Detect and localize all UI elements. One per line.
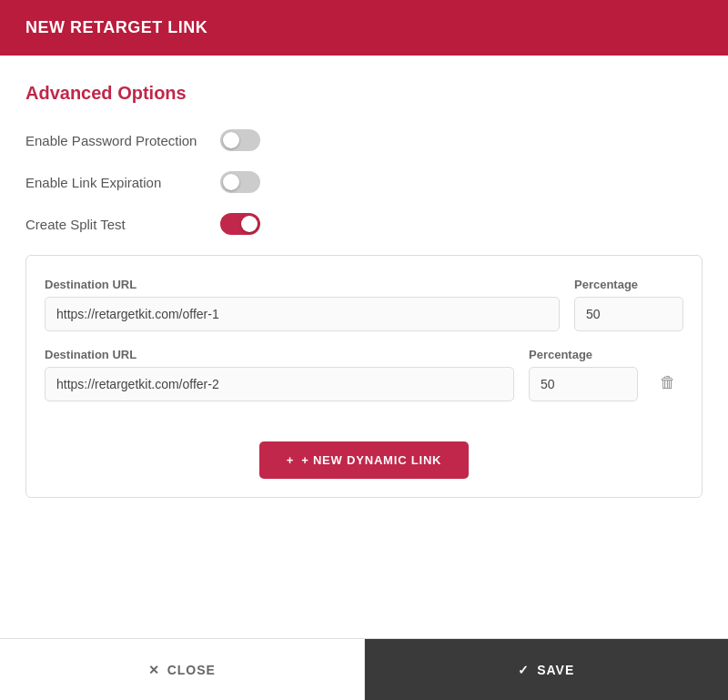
url-group-2: Destination URL xyxy=(45,348,514,401)
split-test-thumb xyxy=(241,216,258,232)
close-button[interactable]: ✕ CLOSE xyxy=(0,639,365,700)
add-dynamic-link-label: + NEW DYNAMIC LINK xyxy=(301,453,441,467)
split-test-label: Create Split Test xyxy=(25,217,207,232)
url-group-1: Destination URL xyxy=(45,278,560,331)
save-button[interactable]: ✓ SAVE xyxy=(365,639,729,700)
modal-body: Advanced Options Enable Password Protect… xyxy=(0,56,728,638)
url-input-2[interactable] xyxy=(45,367,514,401)
split-row-1: Destination URL Percentage xyxy=(45,278,683,331)
link-expiration-row: Enable Link Expiration xyxy=(25,171,703,193)
split-test-track xyxy=(220,213,260,235)
password-protection-label: Enable Password Protection xyxy=(25,133,207,148)
modal-title: NEW RETARGET LINK xyxy=(25,18,703,37)
split-test-toggle[interactable] xyxy=(220,213,260,235)
pct-input-2[interactable] xyxy=(529,367,638,401)
link-expiration-thumb xyxy=(223,174,239,190)
close-icon: ✕ xyxy=(148,663,160,677)
add-button-row: + + NEW DYNAMIC LINK xyxy=(45,421,683,479)
plus-icon: + xyxy=(287,453,294,467)
save-label: SAVE xyxy=(537,663,574,677)
section-title: Advanced Options xyxy=(25,83,703,104)
trash-icon: 🗑 xyxy=(660,373,676,391)
pct-input-1[interactable] xyxy=(574,297,683,331)
save-icon: ✓ xyxy=(518,663,530,677)
link-expiration-label: Enable Link Expiration xyxy=(25,175,207,190)
password-protection-thumb xyxy=(223,132,239,148)
url-input-1[interactable] xyxy=(45,297,560,331)
modal-header: NEW RETARGET LINK xyxy=(0,0,728,56)
password-protection-row: Enable Password Protection xyxy=(25,129,703,151)
split-test-row: Create Split Test xyxy=(25,213,703,235)
split-test-box: Destination URL Percentage Destination U… xyxy=(25,255,703,498)
delete-row-2-button[interactable]: 🗑 xyxy=(652,367,683,398)
add-dynamic-link-button[interactable]: + + NEW DYNAMIC LINK xyxy=(259,441,470,479)
split-row-2: Destination URL Percentage 🗑 xyxy=(45,348,683,401)
link-expiration-toggle[interactable] xyxy=(220,171,260,193)
url-label-1: Destination URL xyxy=(45,278,560,291)
pct-group-1: Percentage xyxy=(574,278,683,331)
url-label-2: Destination URL xyxy=(45,348,514,361)
pct-label-1: Percentage xyxy=(574,278,683,291)
link-expiration-track xyxy=(220,171,260,193)
pct-label-2: Percentage xyxy=(529,348,638,361)
modal: NEW RETARGET LINK Advanced Options Enabl… xyxy=(0,0,728,700)
password-protection-track xyxy=(220,129,260,151)
pct-group-2: Percentage xyxy=(529,348,638,401)
close-label: CLOSE xyxy=(167,663,216,677)
password-protection-toggle[interactable] xyxy=(220,129,260,151)
modal-footer: ✕ CLOSE ✓ SAVE xyxy=(0,638,728,700)
